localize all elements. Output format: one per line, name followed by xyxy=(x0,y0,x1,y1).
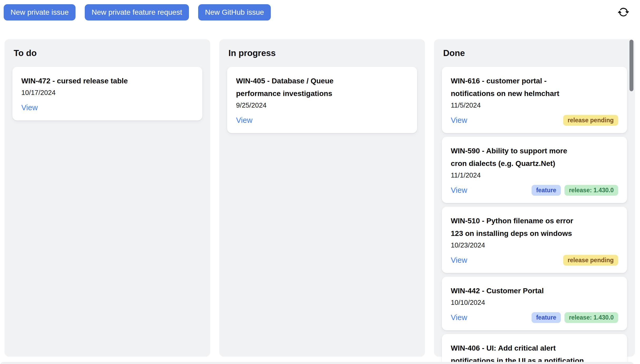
card-list: WIN-472 - cursed release table 10/17/202… xyxy=(12,67,202,120)
badge-list: featurerelease: 1.430.0 xyxy=(532,312,618,323)
badge-blue: feature xyxy=(532,185,561,196)
kanban-board: To do WIN-472 - cursed release table 10/… xyxy=(4,39,635,357)
view-link[interactable]: View xyxy=(236,115,252,126)
issue-footer: View featurerelease: 1.430.0 xyxy=(451,312,618,323)
new-github-issue-button[interactable]: New GitHub issue xyxy=(198,4,271,21)
column-todo: To do WIN-472 - cursed release table 10/… xyxy=(4,39,210,357)
issue-title: WIN-442 - Customer Portal xyxy=(451,285,618,297)
issue-card: WIN-472 - cursed release table 10/17/202… xyxy=(12,67,202,120)
badge-yellow: release pending xyxy=(563,115,618,126)
issue-card: WIN-616 - customer portal - notification… xyxy=(442,67,627,133)
column-title: To do xyxy=(14,48,202,59)
issue-title: WIN-405 - Database / Queue performance i… xyxy=(236,75,408,100)
badge-blue: feature xyxy=(532,312,561,323)
issue-title: WIN-406 - UI: Add critical alert notific… xyxy=(451,342,618,364)
issue-footer: View release pending xyxy=(451,115,618,126)
badge-green: release: 1.430.0 xyxy=(564,185,618,196)
bottom-panel-edge xyxy=(0,362,634,364)
toolbar: New private issue New private feature re… xyxy=(4,4,271,21)
issue-date: 11/5/2024 xyxy=(451,100,618,110)
issue-footer: View release pending xyxy=(451,255,618,266)
view-link[interactable]: View xyxy=(451,312,467,323)
badge-green: release: 1.430.0 xyxy=(564,312,618,323)
badge-list: release pending xyxy=(563,255,618,266)
refresh-button[interactable] xyxy=(617,6,629,18)
badge-yellow: release pending xyxy=(563,255,618,266)
issue-title: WIN-590 - Ability to support more cron d… xyxy=(451,145,618,170)
issue-date: 11/1/2024 xyxy=(451,170,618,180)
issue-title: WIN-510 - Python filename os error 123 o… xyxy=(451,215,618,240)
column-title: Done xyxy=(443,48,627,59)
issue-card: WIN-590 - Ability to support more cron d… xyxy=(442,137,627,203)
issue-footer: View featurerelease: 1.430.0 xyxy=(451,185,618,196)
issue-card: WIN-510 - Python filename os error 123 o… xyxy=(442,207,627,273)
view-link[interactable]: View xyxy=(451,185,467,196)
issue-card: WIN-405 - Database / Queue performance i… xyxy=(227,67,417,133)
view-link[interactable]: View xyxy=(451,255,467,266)
column-title: In progress xyxy=(228,48,417,59)
issue-card: WIN-442 - Customer Portal 10/10/2024 Vie… xyxy=(442,277,627,330)
view-link[interactable]: View xyxy=(21,102,38,113)
issue-title: WIN-472 - cursed release table xyxy=(21,75,193,87)
card-list: WIN-405 - Database / Queue performance i… xyxy=(227,67,417,133)
card-list: WIN-616 - customer portal - notification… xyxy=(442,67,627,364)
badge-list: featurerelease: 1.430.0 xyxy=(532,185,618,196)
scrollbar-thumb[interactable] xyxy=(629,40,633,91)
issue-title: WIN-616 - customer portal - notification… xyxy=(451,75,618,100)
new-private-issue-button[interactable]: New private issue xyxy=(4,4,76,21)
issue-footer: View xyxy=(236,115,408,126)
issue-footer: View xyxy=(21,102,193,113)
badge-list: release pending xyxy=(563,115,618,126)
issue-date: 10/10/2024 xyxy=(451,298,618,307)
refresh-icon xyxy=(618,7,629,18)
issue-date: 9/25/2024 xyxy=(236,100,408,110)
issue-date: 10/17/2024 xyxy=(21,88,193,97)
issue-card: WIN-406 - UI: Add critical alert notific… xyxy=(442,334,627,364)
column-in-progress: In progress WIN-405 - Database / Queue p… xyxy=(219,39,425,357)
view-link[interactable]: View xyxy=(451,115,467,126)
new-private-feature-request-button[interactable]: New private feature request xyxy=(85,4,189,21)
issue-date: 10/23/2024 xyxy=(451,240,618,250)
column-done: Done WIN-616 - customer portal - notific… xyxy=(434,39,635,357)
